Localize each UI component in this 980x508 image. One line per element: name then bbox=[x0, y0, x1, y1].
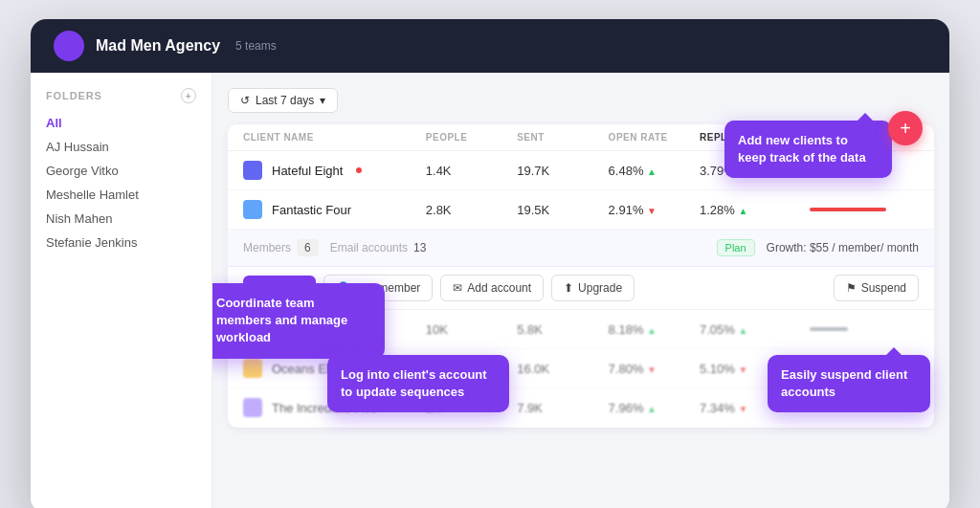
add-folder-icon[interactable]: + bbox=[181, 88, 196, 103]
email-accounts-input[interactable] bbox=[413, 241, 442, 254]
sidebar-item-nish[interactable]: Nish Mahen bbox=[31, 207, 212, 231]
email-bar bbox=[810, 327, 848, 331]
client-color-swatch bbox=[243, 359, 262, 378]
client-color-swatch bbox=[243, 161, 262, 180]
add-account-button[interactable]: ✉ Add account bbox=[440, 275, 544, 301]
expand-row: Members 6 Email accounts Plan Growth: $5… bbox=[228, 230, 934, 267]
teams-badge: 5 teams bbox=[235, 39, 277, 53]
client-name: Fantastic Four bbox=[272, 203, 351, 217]
th-people: PEOPLE bbox=[426, 132, 517, 143]
sidebar-item-all[interactable]: All bbox=[31, 111, 212, 135]
sidebar-item-stefanie[interactable]: Stefanie Jenkins bbox=[31, 231, 212, 254]
th-open-rate: OPEN RATE bbox=[609, 132, 700, 143]
table-row: Fantastic Four 2.8K 19.5K 2.91% ▼ 1.28% … bbox=[228, 190, 934, 230]
app-container: Mad Men Agency 5 teams FOLDERS + All AJ … bbox=[31, 19, 949, 508]
client-name: Hateful Eight bbox=[272, 164, 343, 178]
th-sent: SENT bbox=[517, 132, 608, 143]
members-field: Members 6 bbox=[243, 239, 319, 256]
tooltip-add-clients: Add new clients to keep track of the dat… bbox=[724, 121, 892, 178]
tooltip-suspend: Easily suspend client accounts bbox=[768, 355, 930, 412]
date-filter-label: Last 7 days bbox=[256, 94, 314, 107]
upgrade-button[interactable]: ⬆ Upgrade bbox=[551, 275, 635, 301]
people-value: 2.8K bbox=[426, 203, 517, 217]
active-dot bbox=[356, 167, 362, 173]
upgrade-icon: ⬆ bbox=[564, 281, 573, 295]
sent-value: 19.5K bbox=[517, 203, 608, 217]
agency-name: Mad Men Agency bbox=[96, 37, 220, 55]
trend-up-icon: ▲ bbox=[647, 166, 657, 177]
client-color-swatch bbox=[243, 398, 262, 417]
email-accounts-field: Email accounts bbox=[330, 241, 705, 254]
refresh-icon: ↺ bbox=[240, 94, 250, 107]
flag-icon: ⚑ bbox=[846, 281, 857, 295]
header: Mad Men Agency 5 teams bbox=[31, 19, 949, 73]
th-client-name: CLIENT NAME bbox=[243, 132, 426, 143]
sidebar-item-meshelle[interactable]: Meshelle Hamlet bbox=[31, 183, 212, 207]
main-layout: FOLDERS + All AJ Hussain George Vitko Me… bbox=[31, 73, 949, 508]
sent-value: 19.7K bbox=[517, 164, 608, 178]
open-rate-value: 6.48% ▲ bbox=[609, 164, 700, 178]
chevron-down-icon: ▾ bbox=[320, 94, 325, 107]
envelope-icon: ✉ bbox=[453, 281, 462, 295]
reply-rate-value: 1.28% ▲ bbox=[700, 203, 809, 217]
tooltip-login: Log into client's account to update sequ… bbox=[327, 355, 509, 412]
first-email-bar bbox=[810, 208, 920, 211]
trend-down-icon: ▼ bbox=[647, 206, 657, 216]
client-cell: Fantastic Four bbox=[243, 200, 426, 219]
open-rate-value: 2.91% ▼ bbox=[609, 203, 700, 217]
client-cell: Hateful Eight bbox=[243, 161, 426, 180]
content-area: ↺ Last 7 days ▾ CLIENT NAME PEOPLE SENT … bbox=[212, 73, 949, 508]
sidebar-item-george[interactable]: George Vitko bbox=[31, 159, 212, 183]
people-value: 1.4K bbox=[426, 164, 517, 178]
suspend-button[interactable]: ⚑ Suspend bbox=[834, 275, 919, 301]
email-bar bbox=[810, 208, 886, 211]
sidebar-item-aj[interactable]: AJ Hussain bbox=[31, 135, 212, 159]
folders-label: FOLDERS + bbox=[31, 88, 212, 111]
add-client-fab[interactable]: + bbox=[888, 111, 923, 145]
date-filter[interactable]: ↺ Last 7 days ▾ bbox=[228, 88, 338, 113]
sidebar: FOLDERS + All AJ Hussain George Vitko Me… bbox=[31, 73, 212, 508]
toolbar: ↺ Last 7 days ▾ bbox=[228, 88, 934, 113]
plan-field: Plan Growth: $55 / member/ month bbox=[717, 239, 919, 256]
client-color-swatch bbox=[243, 200, 262, 219]
trend-up-icon: ▲ bbox=[739, 206, 748, 216]
agency-logo bbox=[54, 31, 84, 61]
